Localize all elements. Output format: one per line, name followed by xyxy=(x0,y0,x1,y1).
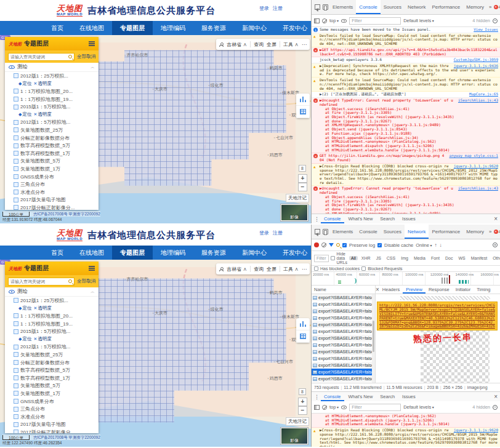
zoom-out-button[interactable]: − xyxy=(298,406,307,415)
layer-checkbox[interactable] xyxy=(14,105,18,110)
layer-row[interactable]: 2017版矢量电子地图 ◆定位✕透明度 xyxy=(5,196,99,204)
layer-row[interactable]: 1：1万模拟地形图_19... ◆定位✕透明度 xyxy=(5,320,99,328)
drawer-tab[interactable]: Issues xyxy=(399,392,419,401)
request-row[interactable]: export?ISBASELAYER=false&VISIBILITY=tru.… xyxy=(312,314,375,321)
layer-row[interactable]: 数字高程模型数据_5万 ◆定位✕透明度 xyxy=(5,366,99,374)
layer-row[interactable]: 矢量地图数据_5万 ◆定位✕透明度 xyxy=(5,382,99,390)
tools-menu[interactable]: 工具 ∧ xyxy=(283,41,299,48)
network-filter-input[interactable]: Filter xyxy=(314,255,329,262)
devtools-tab[interactable]: Network xyxy=(405,225,429,239)
layer-checkbox[interactable] xyxy=(14,190,18,194)
drawer-menu-icon[interactable] xyxy=(314,216,320,222)
grid-table-button[interactable] xyxy=(296,330,310,343)
annotation-toggle[interactable]: 天地注记 xyxy=(286,417,309,426)
layer-checkbox[interactable] xyxy=(14,321,18,326)
layer-checkbox[interactable] xyxy=(14,97,18,102)
layer-row[interactable]: 矢量地图数据_25万 ◆定位✕透明度 xyxy=(5,126,99,134)
request-row[interactable]: export?ISBASELAYER=false&VISIBILITY=tru.… xyxy=(312,308,375,314)
layer-row[interactable]: 1：1万模拟地形图_20... ◆定位✕透明度 xyxy=(5,312,99,320)
query-button[interactable]: 查询 xyxy=(254,41,264,48)
layer-row[interactable]: GNSS成果分布 ◆定位✕透明度 xyxy=(5,173,99,181)
layer-row[interactable]: 分幅正射影像数据分布 ◆定位✕透明度 xyxy=(5,359,99,367)
opacity-link[interactable]: ✕透明度 xyxy=(33,305,51,311)
drawer-tab[interactable]: What's New xyxy=(345,392,376,401)
console-message[interactable]: View Issues Some messages have been move… xyxy=(312,27,500,33)
annotation-toggle[interactable]: 天地注记 xyxy=(286,194,309,202)
clear-console-icon[interactable] xyxy=(322,405,327,410)
layer-checkbox[interactable] xyxy=(14,329,18,334)
close-drawer-icon[interactable] xyxy=(494,393,498,400)
hamburger-icon[interactable] xyxy=(89,41,95,46)
request-type-chip[interactable]: XHR xyxy=(360,256,373,260)
nav-item[interactable]: 首页 xyxy=(43,246,71,260)
console-filter-input[interactable]: Filter xyxy=(349,17,401,25)
context-selector[interactable]: top xyxy=(329,18,339,23)
layer-checkbox[interactable] xyxy=(14,182,18,187)
source-link[interactable]: anyway_map_style.css:1 xyxy=(450,154,498,158)
nav-item[interactable]: 开发中心 xyxy=(275,21,311,35)
console-message[interactable]: DevTools failed to load SourceMap: Could… xyxy=(312,33,500,47)
detail-tab[interactable]: Headers xyxy=(379,286,403,294)
cancel-all-link[interactable]: 全部取消 xyxy=(77,54,95,60)
layer-row[interactable]: 2012版1：5万模拟地... ◆定位✕透明度 xyxy=(5,119,99,127)
request-type-chip[interactable]: WS xyxy=(456,256,467,260)
layer-row[interactable]: 矢量地图数据_1万 ◆定位✕透明度 xyxy=(5,390,99,398)
drawer-tab[interactable]: What's New xyxy=(345,214,376,223)
more-menu[interactable]: ⋯ xyxy=(302,266,307,272)
console-filter-input[interactable]: Filter xyxy=(349,404,401,411)
layer-checkbox[interactable] xyxy=(14,298,18,303)
layer-checkbox[interactable] xyxy=(14,151,18,156)
devtools-tab[interactable]: Elements xyxy=(329,0,356,14)
throttling-selector[interactable]: Online xyxy=(416,242,432,248)
request-row[interactable]: export?ISBASELAYER=false&VISIBILITY=tru.… xyxy=(312,362,375,369)
opacity-link[interactable]: ✕透明度 xyxy=(33,81,51,87)
devtools-tab[interactable]: Memory xyxy=(463,225,487,239)
network-timeline-ruler[interactable]: 20000 ms40000 ms60000 ms80000 ms100000 m… xyxy=(312,272,500,286)
layer-row[interactable]: 2017版矢量电子地图 ◆定位✕透明度 xyxy=(5,421,99,429)
layer-checkbox[interactable] xyxy=(14,135,18,140)
console-sidebar-icon[interactable] xyxy=(314,18,320,23)
layer-row[interactable]: 水准点分布 ◆定位✕透明度 xyxy=(5,413,99,421)
console-message[interactable]: ▶GET https://api.tianditu.gov.cn/api/js?… xyxy=(312,47,500,57)
layer-checkbox[interactable] xyxy=(14,430,18,433)
layer-row[interactable]: 三角点分布 ◆定位✕透明度 xyxy=(5,180,99,188)
layer-row[interactable]: 数字高程模型数据_1万 ◆定位✕透明度 xyxy=(5,150,99,158)
layer-checkbox[interactable] xyxy=(14,375,18,380)
nav-item[interactable]: 专题图层 xyxy=(112,21,153,35)
layer-checkbox[interactable] xyxy=(14,422,18,427)
request-type-chip[interactable]: Media xyxy=(412,256,427,260)
console-message[interactable]: MapCore.js:65 ▶(2) ["正在加载图层，请稍后…", "请稍后加… xyxy=(312,92,500,98)
layer-checkbox[interactable] xyxy=(14,383,18,388)
devtools-tab[interactable]: Performance xyxy=(429,0,463,14)
export-har-icon[interactable]: ↓ xyxy=(440,242,442,248)
fullscreen-button[interactable]: 全屏 xyxy=(267,41,276,48)
layer-row[interactable]: 数字高程模型数据_1万 ◆定位✕透明度 xyxy=(5,374,99,382)
console-message[interactable]: iSearchAlias.js:43 ▶Uncaught TypeError: … xyxy=(312,186,500,214)
device-toolbar-icon[interactable] xyxy=(323,4,328,10)
console-message[interactable]: jquery-3.1.1.js:9620 ▶Cross-Origin Read … xyxy=(312,164,500,186)
record-icon[interactable] xyxy=(314,242,319,247)
layer-row[interactable]: 水准点分布 ◆定位✕透明度 xyxy=(5,188,99,196)
grid-table-button[interactable] xyxy=(296,106,310,118)
layer-row[interactable]: 2012版1：5万模拟地... ◆定位✕透明度 xyxy=(5,343,99,351)
nav-item[interactable]: 服务资源 xyxy=(193,21,234,35)
tools-menu[interactable]: 工具 ∧ xyxy=(283,266,299,273)
nav-item[interactable]: 新闻中心 xyxy=(234,246,275,260)
inspect-icon[interactable] xyxy=(315,4,320,10)
layer-checkbox[interactable] xyxy=(14,368,18,373)
devtools-tab[interactable]: Network xyxy=(405,0,429,14)
region-selector[interactable]: 吉林省 ∧ xyxy=(227,266,247,273)
source-link[interactable]: CustomJquSDK.js:3059 xyxy=(454,58,498,62)
nav-item[interactable]: 首页 xyxy=(43,21,71,35)
collapse-caret-icon[interactable]: ︿ xyxy=(91,64,95,70)
drawer-menu-icon[interactable] xyxy=(314,394,320,400)
layer-row[interactable]: 三角点分布 ◆定位✕透明度 xyxy=(5,405,99,413)
name-column-header[interactable]: Name xyxy=(312,286,375,294)
layer-checkbox[interactable] xyxy=(14,205,18,210)
drawer-tab[interactable]: Search xyxy=(377,214,398,223)
locate-link[interactable]: ◆定位 xyxy=(18,111,31,118)
detail-tab[interactable]: Response xyxy=(425,286,453,294)
has-blocked-cookies-checkbox[interactable] xyxy=(314,266,318,271)
filter-funnel-icon[interactable] xyxy=(329,243,334,247)
account-link[interactable]: 注册 xyxy=(273,230,283,236)
